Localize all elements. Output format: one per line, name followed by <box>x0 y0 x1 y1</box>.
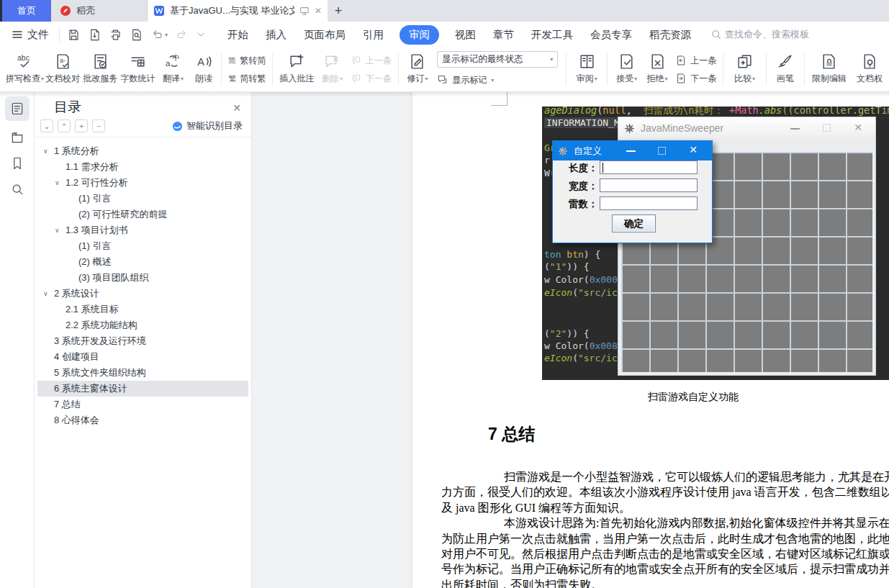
chevron-down-icon[interactable]: ∨ <box>43 148 54 155</box>
menu-tab-4[interactable]: 审阅 <box>400 25 439 45</box>
ok-button[interactable]: 确定 <box>612 214 656 232</box>
toc-item-12[interactable]: ∨3 系统开发及运行环境 <box>37 333 248 349</box>
save-icon[interactable] <box>67 28 81 42</box>
menu-tab-3[interactable]: 引用 <box>361 25 385 45</box>
toc-item-3[interactable]: ∨(1) 引言 <box>37 191 248 207</box>
toc-item-4[interactable]: ∨(2) 可行性研究的前提 <box>37 207 248 222</box>
toc-item-1[interactable]: ∨1.1 需求分析 <box>37 159 248 175</box>
new-tab-button[interactable]: + <box>328 0 349 22</box>
toc-item-7[interactable]: ∨(2) 概述 <box>37 254 248 270</box>
brush-icon <box>776 53 794 71</box>
compare-button[interactable]: 比较▾ <box>727 48 762 91</box>
simplified-char-icon: 简 <box>228 55 236 66</box>
expand-all-button[interactable]: ⌄ <box>40 119 53 132</box>
search-panel-button[interactable] <box>5 177 30 202</box>
menu-tab-6[interactable]: 章节 <box>492 25 515 45</box>
decrease-level-button[interactable]: － <box>92 119 105 132</box>
read-aloud-button[interactable]: A 朗读 <box>190 48 218 91</box>
chevron-down-icon[interactable]: ∨ <box>55 179 66 186</box>
presentation-view-icon[interactable] <box>299 6 310 16</box>
review-pane-button[interactable]: 审阅▾ <box>570 48 603 91</box>
toc-item-15[interactable]: ∨6 系统主窗体设计 <box>37 381 248 397</box>
menu-tab-0[interactable]: 开始 <box>226 25 250 45</box>
toc-item-13[interactable]: ∨4 创建项目 <box>37 349 248 365</box>
code-token: btn <box>567 249 583 260</box>
undo-button[interactable]: ▾ <box>150 28 168 42</box>
doc-proofread-icon: a- <box>54 53 72 71</box>
traditional-to-simplified-button[interactable]: 简 繁转简 <box>228 53 266 68</box>
menu-tab-5[interactable]: 视图 <box>453 25 477 45</box>
toc-item-17[interactable]: ∨8 心得体会 <box>37 412 248 428</box>
toc-item-11[interactable]: ∨2.2 系统功能结构 <box>37 317 248 333</box>
increase-level-button[interactable]: ＋ <box>75 119 88 132</box>
menu-tab-9[interactable]: 稻壳资源 <box>648 25 692 45</box>
mine-icon <box>558 146 568 156</box>
simplified-to-traditional-button[interactable]: 繁 简转繁 <box>228 71 266 86</box>
markup-state-combobox[interactable]: 显示标记的最终状态 ▾ <box>437 51 558 68</box>
width-input[interactable] <box>600 178 698 192</box>
toc-item-10[interactable]: ∨2.1 系统目标 <box>37 302 248 317</box>
toolbar-collapse-icon[interactable] <box>196 30 206 40</box>
chapter-panel-button[interactable] <box>5 125 30 150</box>
mines-input[interactable] <box>600 196 698 210</box>
next-comment-button[interactable]: 下一条 <box>351 71 392 86</box>
toc-item-14[interactable]: ∨5 系统文件夹组织结构 <box>37 365 248 381</box>
length-input[interactable] <box>600 160 698 174</box>
show-markup-button[interactable]: 显示标记▾ <box>437 72 558 88</box>
doc-proofread-button[interactable]: a- 文档校对 <box>44 48 81 91</box>
tab-close-icon[interactable]: ✕ <box>315 6 322 16</box>
smart-toc-button[interactable]: 智能识别目录 <box>172 119 243 132</box>
code-token: ton <box>544 249 567 260</box>
ribbon-toolbar: abc 拼写检查▾ a- 文档校对 批改服务 字数统计 a 中 翻译▾ A <box>0 48 889 92</box>
tab-home[interactable]: 首页 <box>2 0 51 22</box>
correction-service-button[interactable]: 批改服务 <box>81 48 119 91</box>
ink-brush-button[interactable]: 画笔 <box>770 48 800 91</box>
print-icon[interactable] <box>109 28 122 42</box>
toc-item-16[interactable]: ∨7 总结 <box>37 397 248 412</box>
chevron-down-icon[interactable]: ∨ <box>55 227 66 234</box>
insert-comment-button[interactable]: 插入批注 <box>276 48 317 91</box>
bookmark-panel-button[interactable] <box>5 151 30 176</box>
collapse-all-button[interactable]: ⌃ <box>58 119 71 132</box>
margin-crop-mark <box>491 105 507 106</box>
delete-comment-button[interactable]: 删除▾ <box>317 48 347 91</box>
toc-item-0[interactable]: ∨1 系统分析 <box>37 143 248 159</box>
toc-item-2[interactable]: ∨1.2 可行性分析 <box>37 175 248 191</box>
next-change-button[interactable]: 下一条 <box>675 71 716 86</box>
toc-item-6[interactable]: ∨(1) 引言 <box>37 238 248 254</box>
doc-permission-button[interactable]: 文档权 <box>850 48 889 91</box>
prev-change-button[interactable]: 上一条 <box>675 53 716 68</box>
divider <box>272 53 273 86</box>
command-search[interactable]: 查找命令、搜索模板 <box>711 28 809 41</box>
prev-comment-button[interactable]: 上一条 <box>351 53 392 68</box>
spell-check-button[interactable]: abc 拼写检查▾ <box>6 48 44 91</box>
tab-docer[interactable]: 稻壳 <box>51 0 148 22</box>
document-page[interactable]: ageDialog(null, 扫雷成功\n耗时： +Math.abs((con… <box>412 92 889 588</box>
print-preview-icon[interactable] <box>130 28 143 42</box>
menu-tab-8[interactable]: 会员专享 <box>589 25 633 45</box>
toc-item-label: 1 系统分析 <box>54 145 99 158</box>
outline-panel-button[interactable] <box>5 96 30 121</box>
markup-state-value: 显示标记的最终状态 <box>442 53 523 65</box>
accept-change-button[interactable]: 接受▾ <box>611 48 641 91</box>
toc-item-9[interactable]: ∨2 系统设计 <box>37 286 248 302</box>
toc-item-5[interactable]: ∨1.3 项目计划书 <box>37 222 248 238</box>
reject-change-button[interactable]: 拒绝▾ <box>642 48 672 91</box>
code-token: "2" <box>550 328 567 339</box>
restrict-editing-button[interactable]: 限制编辑 <box>808 48 850 91</box>
tab-document[interactable]: 基于JavaGU...与实现 毕业论文 ✕ <box>148 0 328 22</box>
word-count-button[interactable]: 字数统计 <box>119 48 156 91</box>
file-menu-button[interactable]: 文件 <box>0 28 59 42</box>
export-icon[interactable] <box>88 28 101 42</box>
redo-icon[interactable] <box>175 28 189 42</box>
track-changes-button[interactable]: 修订▾ <box>402 48 433 91</box>
menu-tab-2[interactable]: 页面布局 <box>302 25 347 45</box>
toc-item-8[interactable]: ∨(3) 项目团队组织 <box>37 270 248 286</box>
toc-close-icon[interactable]: ✕ <box>233 102 241 114</box>
correction-service-icon <box>91 53 109 71</box>
chevron-down-icon[interactable]: ∨ <box>43 290 54 297</box>
translate-button[interactable]: a 中 翻译▾ <box>156 48 189 91</box>
menu-tab-7[interactable]: 开发工具 <box>530 25 574 45</box>
menu-tab-1[interactable]: 插入 <box>264 25 288 45</box>
code-line: eIcon("src/ico <box>544 353 623 363</box>
